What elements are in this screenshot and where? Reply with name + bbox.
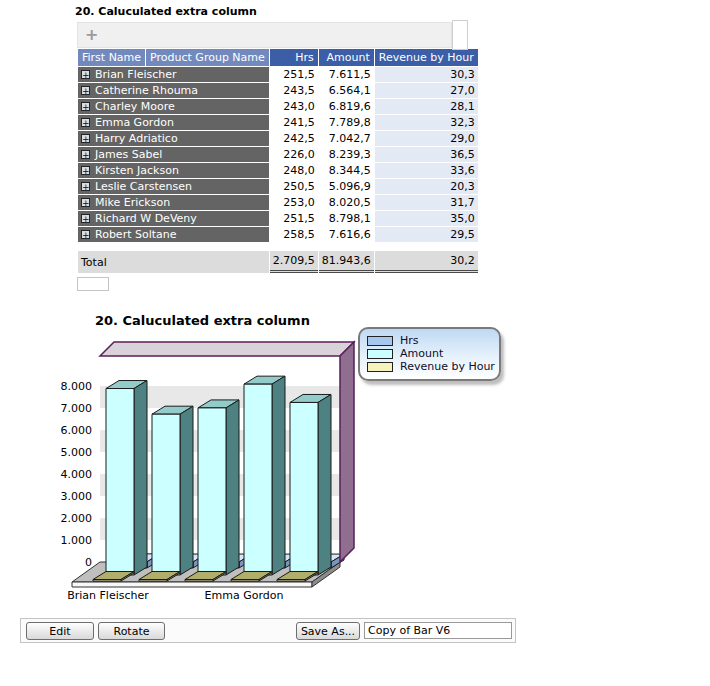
- expand-plus-icon[interactable]: +: [81, 118, 90, 127]
- x-tick-label: Brian Fleischer: [67, 589, 149, 602]
- first-name-label: Brian Fleischer: [95, 68, 177, 81]
- revenue-cell: 20,3: [375, 179, 478, 194]
- expand-plus-icon[interactable]: +: [81, 198, 90, 207]
- table-title: 20. Caluculated extra column: [75, 5, 257, 18]
- name-cell: +Harry Adriatico: [78, 131, 269, 146]
- table-corner-box: [452, 20, 468, 50]
- table-row: +Robert Soltane 258,5 7.616,6 29,5: [78, 227, 478, 242]
- data-table: First Name Product Group Name Hrs Amount…: [77, 48, 479, 274]
- chart-legend: Hrs Amount Revenue by Hour: [358, 327, 501, 381]
- name-cell: +Robert Soltane: [78, 227, 269, 242]
- col-header-hrs[interactable]: Hrs: [270, 49, 318, 66]
- edit-button[interactable]: Edit: [26, 622, 94, 640]
- table-row: +Emma Gordon 241,5 7.789,8 32,3: [78, 115, 478, 130]
- revenue-cell: 36,5: [375, 147, 478, 162]
- table-row: +Kirsten Jackson 248,0 8.344,5 33,6: [78, 163, 478, 178]
- amount-cell: 7.616,6: [319, 227, 374, 242]
- x-tick-label: Emma Gordon: [205, 589, 284, 602]
- expand-plus-icon[interactable]: +: [81, 166, 90, 175]
- col-header-product-group[interactable]: Product Group Name: [146, 49, 269, 66]
- amount-cell: 8.020,5: [319, 195, 374, 210]
- expand-plus-icon[interactable]: +: [81, 214, 90, 223]
- expand-plus-icon[interactable]: +: [81, 182, 90, 191]
- add-plus-icon[interactable]: +: [85, 25, 98, 45]
- total-amount: 81.943,6: [319, 251, 374, 273]
- legend-item-amount: Amount: [367, 347, 491, 360]
- name-cell: +James Sabel: [78, 147, 269, 162]
- col-header-first-name[interactable]: First Name: [78, 49, 145, 66]
- expand-plus-icon[interactable]: +: [81, 86, 90, 95]
- expand-plus-icon[interactable]: +: [81, 70, 90, 79]
- revenue-cell: 28,1: [375, 99, 478, 114]
- table-row: +Catherine Rhouma 243,5 6.564,1 27,0: [78, 83, 478, 98]
- legend-swatch-revenue: [367, 362, 393, 372]
- amount-cell: 8.239,3: [319, 147, 374, 162]
- amount-cell: 7.611,5: [319, 67, 374, 82]
- y-tick-label: 0: [85, 556, 92, 569]
- hrs-cell: 226,0: [270, 147, 318, 162]
- revenue-cell: 27,0: [375, 83, 478, 98]
- total-label: Total: [78, 251, 269, 273]
- header-row: First Name Product Group Name Hrs Amount…: [78, 49, 478, 66]
- hrs-cell: 242,5: [270, 131, 318, 146]
- name-cell: +Emma Gordon: [78, 115, 269, 130]
- footer-toolbar: Edit Rotate Save As...: [20, 618, 516, 643]
- rotate-button[interactable]: Rotate: [98, 622, 165, 640]
- first-name-label: Mike Erickson: [95, 196, 170, 209]
- amount-cell: 8.344,5: [319, 163, 374, 178]
- revenue-cell: 31,7: [375, 195, 478, 210]
- save-name-input[interactable]: [364, 622, 512, 639]
- y-tick-label: 6.000: [61, 424, 93, 437]
- hrs-cell: 241,5: [270, 115, 318, 130]
- table-toolbar: +: [77, 22, 452, 48]
- hrs-cell: 253,0: [270, 195, 318, 210]
- revenue-cell: 32,3: [375, 115, 478, 130]
- table-row: +James Sabel 226,0 8.239,3 36,5: [78, 147, 478, 162]
- first-name-label: Leslie Carstensen: [95, 180, 192, 193]
- hrs-cell: 251,5: [270, 67, 318, 82]
- chart-bars-layer: [93, 376, 344, 581]
- legend-item-revenue: Revenue by Hour: [367, 360, 491, 373]
- revenue-cell: 30,3: [375, 67, 478, 82]
- amount-cell: 7.789,8: [319, 115, 374, 130]
- y-tick-label: 4.000: [61, 468, 93, 481]
- hrs-cell: 248,0: [270, 163, 318, 178]
- y-tick-label: 1.000: [61, 534, 93, 547]
- legend-item-hrs: Hrs: [367, 334, 491, 347]
- spacer-row: [78, 243, 478, 250]
- amount-cell: 7.042,7: [319, 131, 374, 146]
- table-row: +Charley Moore 243,0 6.819,6 28,1: [78, 99, 478, 114]
- x-axis-labels: Brian Fleischer Emma Gordon: [67, 589, 283, 602]
- y-tick-label: 7.000: [61, 402, 93, 415]
- expand-plus-icon[interactable]: +: [81, 102, 90, 111]
- y-tick-label: 3.000: [61, 490, 93, 503]
- expand-plus-icon[interactable]: +: [81, 150, 90, 159]
- save-as-button[interactable]: Save As...: [296, 622, 360, 640]
- name-cell: +Mike Erickson: [78, 195, 269, 210]
- expand-plus-icon[interactable]: +: [81, 230, 90, 239]
- first-name-label: Charley Moore: [95, 100, 175, 113]
- amount-cell: 6.819,6: [319, 99, 374, 114]
- col-header-revenue[interactable]: Revenue by Hour: [375, 49, 478, 66]
- revenue-cell: 33,6: [375, 163, 478, 178]
- y-axis-labels: 0 1.000 2.000 3.000 4.000 5.000 6.000 7.…: [61, 380, 93, 569]
- first-name-label: Catherine Rhouma: [95, 84, 198, 97]
- revenue-cell: 29,0: [375, 131, 478, 146]
- first-name-label: Kirsten Jackson: [95, 164, 179, 177]
- table-row: +Richard W DeVeny 251,5 8.798,1 35,0: [78, 211, 478, 226]
- col-header-amount[interactable]: Amount: [319, 49, 374, 66]
- total-footer-box: [77, 277, 109, 291]
- hrs-cell: 258,5: [270, 227, 318, 242]
- table-row: +Leslie Carstensen 250,5 5.096,9 20,3: [78, 179, 478, 194]
- y-tick-label: 2.000: [61, 512, 93, 525]
- bar-chart: 0 1.000 2.000 3.000 4.000 5.000 6.000 7.…: [30, 328, 380, 610]
- name-cell: +Charley Moore: [78, 99, 269, 114]
- expand-plus-icon[interactable]: +: [81, 134, 90, 143]
- legend-label: Amount: [400, 347, 443, 360]
- name-cell: +Kirsten Jackson: [78, 163, 269, 178]
- first-name-label: Emma Gordon: [95, 116, 174, 129]
- revenue-cell: 35,0: [375, 211, 478, 226]
- table-row: +Mike Erickson 253,0 8.020,5 31,7: [78, 195, 478, 210]
- y-tick-label: 8.000: [61, 380, 93, 393]
- table-row: +Harry Adriatico 242,5 7.042,7 29,0: [78, 131, 478, 146]
